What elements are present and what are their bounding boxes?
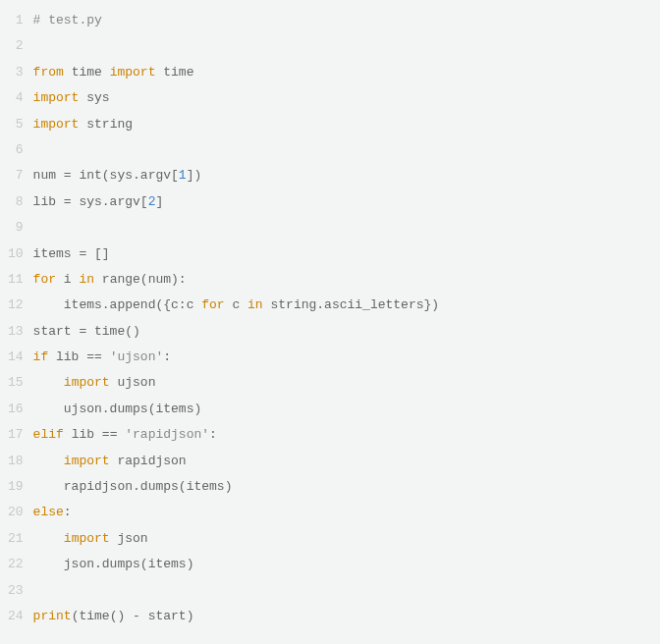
code-token: ] (155, 194, 163, 209)
code-line: start = time() (33, 319, 652, 345)
code-line: # test.py (33, 8, 652, 33)
code-token: lib == (48, 349, 109, 364)
code-token: import (64, 454, 110, 468)
code-token: 'ujson' (110, 349, 164, 364)
code-line: num = int(sys.argv[1]) (33, 163, 652, 188)
code-token: time (155, 65, 193, 80)
line-number: 12 (8, 293, 24, 318)
line-number: 9 (8, 215, 24, 241)
code-line: rapidjson.dumps(items) (33, 474, 652, 500)
code-token: for (201, 297, 224, 312)
code-token: import (33, 90, 80, 105)
line-number: 24 (8, 604, 24, 629)
code-token: else (33, 505, 64, 519)
code-token: items.append({c:c (33, 297, 202, 312)
line-number: 15 (8, 370, 24, 396)
line-number: 2 (8, 33, 24, 59)
code-token: elif (33, 427, 64, 442)
code-token: in (79, 272, 94, 287)
code-line: import sys (33, 85, 652, 111)
code-token: lib = sys.argv[ (33, 194, 148, 209)
code-block: 123456789101112131415161718192021222324 … (8, 8, 652, 629)
line-number: 17 (8, 422, 24, 448)
line-number: 5 (8, 112, 24, 137)
code-line: lib = sys.argv[2] (33, 189, 652, 215)
code-line: from time import time (33, 60, 652, 85)
code-line: import string (33, 112, 652, 137)
code-line (33, 215, 652, 241)
code-token: items = [] (33, 246, 110, 261)
line-number: 23 (8, 578, 24, 604)
code-token: c (225, 297, 248, 312)
code-line: else: (33, 500, 652, 525)
code-token: time (64, 65, 110, 80)
code-line (33, 578, 652, 604)
code-token: import (110, 65, 156, 80)
code-token: # test.py (33, 13, 102, 27)
code-token: import (64, 375, 110, 390)
code-line: elif lib == 'rapidjson': (33, 422, 652, 448)
code-token: lib == (64, 427, 125, 442)
code-line: if lib == 'ujson': (33, 345, 652, 370)
line-number: 11 (8, 267, 24, 293)
line-number: 8 (8, 189, 24, 215)
code-token (33, 375, 64, 390)
line-number: 4 (8, 85, 24, 111)
code-line: ujson.dumps(items) (33, 397, 652, 422)
code-token: ujson.dumps(items) (33, 402, 202, 416)
line-number: 7 (8, 163, 24, 188)
line-number: 19 (8, 474, 24, 500)
code-line: import ujson (33, 370, 652, 396)
code-token: for (33, 272, 56, 287)
code-line (33, 137, 652, 163)
code-line: import json (33, 526, 652, 552)
code-token: sys (79, 90, 109, 105)
code-line: print(time() - start) (33, 604, 652, 629)
code-line: items.append({c:c for c in string.ascii_… (33, 293, 652, 318)
code-token: start = time() (33, 324, 140, 339)
code-token: : (64, 505, 72, 519)
line-number: 10 (8, 242, 24, 267)
code-line (33, 33, 652, 59)
line-number: 18 (8, 449, 24, 474)
code-token: json (110, 531, 148, 546)
line-number: 16 (8, 397, 24, 422)
code-content: # test.pyfrom time import timeimport sys… (33, 8, 652, 629)
code-token: : (209, 427, 217, 442)
code-token: 1 (179, 168, 187, 183)
line-number: 20 (8, 500, 24, 525)
code-token: 'rapidjson' (125, 427, 209, 442)
line-numbers-gutter: 123456789101112131415161718192021222324 (8, 8, 33, 629)
code-token: : (163, 349, 171, 364)
code-token: import (33, 117, 80, 132)
code-token: i (56, 272, 79, 287)
code-token: num = int(sys.argv[ (33, 168, 179, 183)
code-token: rapidjson.dumps(items) (33, 479, 233, 494)
code-token: from (33, 65, 64, 80)
line-number: 22 (8, 552, 24, 577)
line-number: 13 (8, 319, 24, 345)
line-number: 21 (8, 526, 24, 552)
code-token (33, 454, 64, 468)
code-line: json.dumps(items) (33, 552, 652, 577)
code-token (33, 531, 64, 546)
line-number: 6 (8, 137, 24, 163)
code-token: import (64, 531, 110, 546)
code-token: (time() - start) (72, 609, 194, 623)
code-line: for i in range(num): (33, 267, 652, 293)
code-token: in (248, 297, 263, 312)
code-line: import rapidjson (33, 449, 652, 474)
code-token: json.dumps(items) (33, 557, 194, 571)
line-number: 14 (8, 345, 24, 370)
code-token: string (79, 117, 133, 132)
code-token: if (33, 349, 49, 364)
line-number: 1 (8, 8, 24, 33)
code-token: print (33, 609, 72, 623)
code-line: items = [] (33, 242, 652, 267)
code-token: range(num): (94, 272, 187, 287)
line-number: 3 (8, 60, 24, 85)
code-token: ujson (110, 375, 156, 390)
code-token: ]) (187, 168, 202, 183)
code-token: rapidjson (110, 454, 187, 468)
code-token: string.ascii_letters}) (263, 297, 439, 312)
